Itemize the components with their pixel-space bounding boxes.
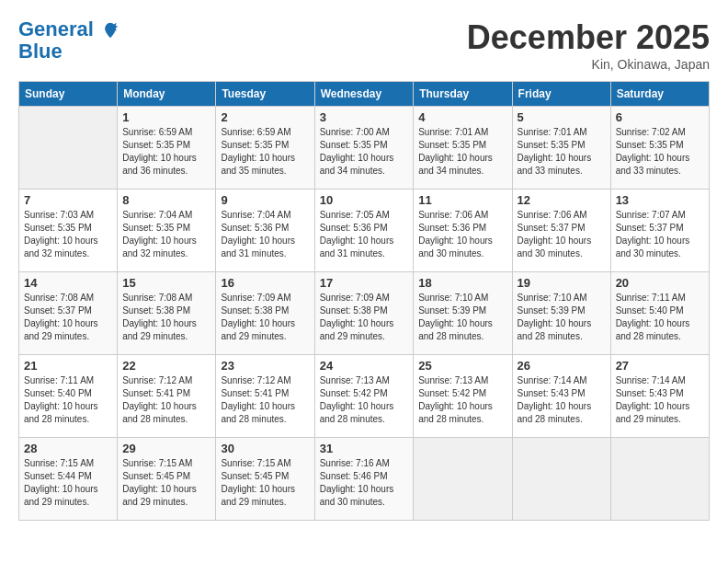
day-number: 25 [418,359,506,373]
day-number: 21 [24,359,112,373]
cell-info: Sunrise: 7:06 AMSunset: 5:37 PMDaylight:… [518,209,606,260]
calendar-cell: 4Sunrise: 7:01 AMSunset: 5:35 PMDaylight… [414,107,512,190]
calendar-cell [19,107,118,190]
cell-info: Sunrise: 7:11 AMSunset: 5:40 PMDaylight:… [24,374,112,426]
calendar-cell [414,438,512,521]
cell-info: Sunrise: 7:07 AMSunset: 5:37 PMDaylight:… [616,209,704,260]
calendar-cell: 2Sunrise: 6:59 AMSunset: 5:35 PMDaylight… [216,107,314,190]
calendar-cell: 19Sunrise: 7:10 AMSunset: 5:39 PMDayligh… [512,272,610,355]
calendar-cell: 8Sunrise: 7:04 AMSunset: 5:35 PMDaylight… [118,190,216,272]
day-number: 7 [24,193,112,207]
calendar-table: SundayMondayTuesdayWednesdayThursdayFrid… [18,81,710,521]
cell-info: Sunrise: 7:00 AMSunset: 5:35 PMDaylight:… [320,126,409,178]
title-block: December 2025 Kin, Okinawa, Japan [467,18,710,72]
calendar-cell: 22Sunrise: 7:12 AMSunset: 5:41 PMDayligh… [118,355,216,438]
calendar-cell: 27Sunrise: 7:14 AMSunset: 5:43 PMDayligh… [610,355,709,438]
cell-info: Sunrise: 7:03 AMSunset: 5:35 PMDaylight:… [24,209,112,260]
day-number: 20 [616,276,704,290]
calendar-cell: 6Sunrise: 7:02 AMSunset: 5:35 PMDaylight… [610,107,709,190]
day-number: 12 [518,193,606,207]
day-number: 10 [320,193,409,207]
day-number: 19 [518,276,606,290]
cell-info: Sunrise: 7:13 AMSunset: 5:42 PMDaylight:… [418,374,506,426]
weekday-header-saturday: Saturday [610,82,709,107]
calendar-cell [512,438,610,521]
cell-info: Sunrise: 7:01 AMSunset: 5:35 PMDaylight:… [518,126,606,178]
day-number: 30 [221,442,309,455]
calendar-cell: 21Sunrise: 7:11 AMSunset: 5:40 PMDayligh… [19,355,118,438]
cell-info: Sunrise: 6:59 AMSunset: 5:35 PMDaylight:… [122,126,210,178]
calendar-cell: 24Sunrise: 7:13 AMSunset: 5:42 PMDayligh… [314,355,414,438]
weekday-header-sunday: Sunday [19,82,118,107]
day-number: 8 [122,193,210,207]
day-number: 31 [320,442,409,455]
day-number: 26 [518,359,606,373]
calendar-cell: 17Sunrise: 7:09 AMSunset: 5:38 PMDayligh… [314,272,414,355]
calendar-cell: 30Sunrise: 7:15 AMSunset: 5:45 PMDayligh… [216,438,314,521]
weekday-header-wednesday: Wednesday [314,82,414,107]
calendar-cell: 12Sunrise: 7:06 AMSunset: 5:37 PMDayligh… [512,190,610,272]
calendar-week-2: 7Sunrise: 7:03 AMSunset: 5:35 PMDaylight… [19,190,710,272]
month-title: December 2025 [467,18,710,57]
cell-info: Sunrise: 7:10 AMSunset: 5:39 PMDaylight:… [418,292,506,343]
logo-text: General Blue [18,18,119,63]
weekday-header-thursday: Thursday [414,82,512,107]
day-number: 11 [418,193,506,207]
cell-info: Sunrise: 7:13 AMSunset: 5:42 PMDaylight:… [320,374,409,426]
calendar-cell: 11Sunrise: 7:06 AMSunset: 5:36 PMDayligh… [414,190,512,272]
calendar-cell [610,438,709,521]
calendar-cell: 10Sunrise: 7:05 AMSunset: 5:36 PMDayligh… [314,190,414,272]
day-number: 5 [518,110,606,124]
cell-info: Sunrise: 7:08 AMSunset: 5:38 PMDaylight:… [122,292,210,343]
calendar-week-5: 28Sunrise: 7:15 AMSunset: 5:44 PMDayligh… [19,438,710,521]
day-number: 14 [24,276,112,290]
cell-info: Sunrise: 7:04 AMSunset: 5:36 PMDaylight:… [221,209,309,260]
calendar-cell: 1Sunrise: 6:59 AMSunset: 5:35 PMDaylight… [118,107,216,190]
calendar-cell: 3Sunrise: 7:00 AMSunset: 5:35 PMDaylight… [314,107,414,190]
calendar-week-3: 14Sunrise: 7:08 AMSunset: 5:37 PMDayligh… [19,272,710,355]
cell-info: Sunrise: 7:06 AMSunset: 5:36 PMDaylight:… [418,209,506,260]
weekday-header-tuesday: Tuesday [216,82,314,107]
cell-info: Sunrise: 7:11 AMSunset: 5:40 PMDaylight:… [616,292,704,343]
day-number: 9 [221,193,309,207]
cell-info: Sunrise: 7:04 AMSunset: 5:35 PMDaylight:… [122,209,210,260]
calendar-body: 1Sunrise: 6:59 AMSunset: 5:35 PMDaylight… [19,107,710,521]
cell-info: Sunrise: 7:12 AMSunset: 5:41 PMDaylight:… [122,374,210,426]
day-number: 3 [320,110,409,124]
day-number: 27 [616,359,704,373]
day-number: 15 [122,276,210,290]
calendar-cell: 25Sunrise: 7:13 AMSunset: 5:42 PMDayligh… [414,355,512,438]
calendar-cell: 9Sunrise: 7:04 AMSunset: 5:36 PMDaylight… [216,190,314,272]
weekday-header-monday: Monday [118,82,216,107]
day-number: 22 [122,359,210,373]
cell-info: Sunrise: 6:59 AMSunset: 5:35 PMDaylight:… [221,126,309,178]
cell-info: Sunrise: 7:16 AMSunset: 5:46 PMDaylight:… [320,457,409,509]
calendar-cell: 29Sunrise: 7:15 AMSunset: 5:45 PMDayligh… [118,438,216,521]
calendar-cell: 15Sunrise: 7:08 AMSunset: 5:38 PMDayligh… [118,272,216,355]
cell-info: Sunrise: 7:09 AMSunset: 5:38 PMDaylight:… [221,292,309,343]
cell-info: Sunrise: 7:02 AMSunset: 5:35 PMDaylight:… [616,126,704,178]
day-number: 23 [221,359,309,373]
day-number: 18 [418,276,506,290]
day-number: 13 [616,193,704,207]
cell-info: Sunrise: 7:05 AMSunset: 5:36 PMDaylight:… [320,209,409,260]
day-number: 16 [221,276,309,290]
calendar-cell: 23Sunrise: 7:12 AMSunset: 5:41 PMDayligh… [216,355,314,438]
location: Kin, Okinawa, Japan [467,57,710,72]
day-number: 17 [320,276,409,290]
calendar-cell: 16Sunrise: 7:09 AMSunset: 5:38 PMDayligh… [216,272,314,355]
weekday-header-row: SundayMondayTuesdayWednesdayThursdayFrid… [19,82,710,107]
page-header: General Blue December 2025 Kin, Okinawa,… [18,18,710,72]
day-number: 29 [122,442,210,455]
calendar-week-4: 21Sunrise: 7:11 AMSunset: 5:40 PMDayligh… [19,355,710,438]
calendar-cell: 18Sunrise: 7:10 AMSunset: 5:39 PMDayligh… [414,272,512,355]
day-number: 6 [616,110,704,124]
calendar-cell: 7Sunrise: 7:03 AMSunset: 5:35 PMDaylight… [19,190,118,272]
calendar-week-1: 1Sunrise: 6:59 AMSunset: 5:35 PMDaylight… [19,107,710,190]
calendar-cell: 31Sunrise: 7:16 AMSunset: 5:46 PMDayligh… [314,438,414,521]
cell-info: Sunrise: 7:08 AMSunset: 5:37 PMDaylight:… [24,292,112,343]
calendar-cell: 26Sunrise: 7:14 AMSunset: 5:43 PMDayligh… [512,355,610,438]
cell-info: Sunrise: 7:14 AMSunset: 5:43 PMDaylight:… [616,374,704,426]
calendar-header: SundayMondayTuesdayWednesdayThursdayFrid… [19,82,710,107]
cell-info: Sunrise: 7:09 AMSunset: 5:38 PMDaylight:… [320,292,409,343]
